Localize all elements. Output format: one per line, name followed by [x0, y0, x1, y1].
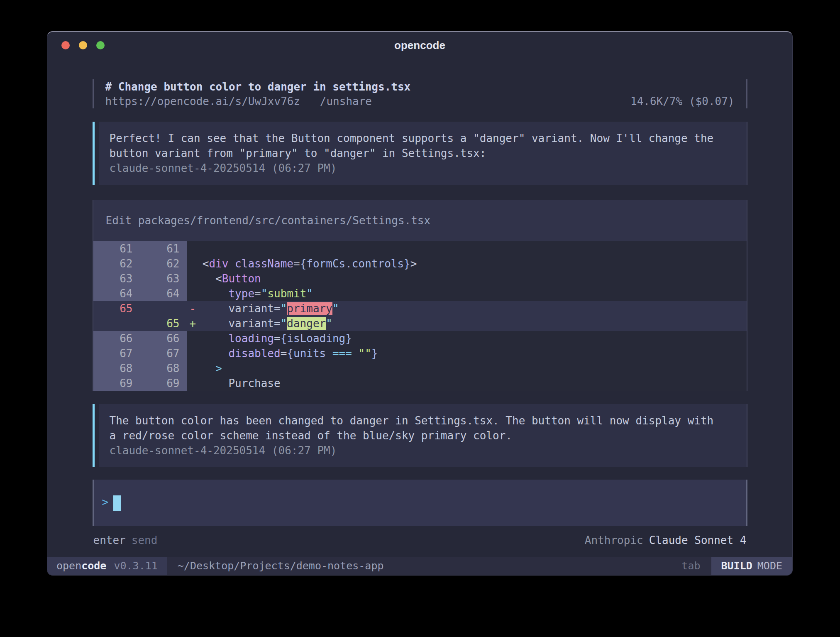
zoom-button[interactable]	[96, 41, 105, 49]
message-text: Perfect! I can see that the Button compo…	[110, 131, 736, 161]
edit-tool-block: Edit packages/frontend/src/containers/Se…	[93, 200, 747, 391]
diff-row: 6969 Purchase	[93, 376, 747, 391]
diff-row: 6363 <Button	[93, 271, 747, 286]
model-label: Claude Sonnet 4	[649, 534, 747, 546]
message-text: The button color has been changed to dan…	[110, 413, 736, 443]
send-label: send	[132, 534, 158, 546]
hints-row: entersend AnthropicClaude Sonnet 4	[93, 533, 747, 548]
diff-code-line: + variant="danger"	[187, 316, 747, 331]
share-url[interactable]: https://opencode.ai/s/UwJxv76z	[105, 95, 300, 108]
line-number-old: 69	[93, 376, 140, 391]
line-number-new: 62	[140, 256, 187, 271]
mode-label: MODE	[757, 560, 782, 572]
usage-stats: 14.6K/7% ($0.07)	[630, 94, 734, 108]
app-version-segment: opencodev0.3.11	[47, 557, 167, 575]
main-content: # Change button color to danger in setti…	[93, 59, 747, 557]
diff-row: 65- variant="primary"	[93, 301, 747, 316]
provider-label: Anthropic	[585, 534, 643, 546]
traffic-lights	[61, 32, 105, 59]
diff-code-line: - variant="primary"	[187, 301, 747, 316]
line-number-new	[140, 301, 187, 316]
app-name-open: open	[56, 560, 81, 572]
line-number-old	[93, 316, 140, 331]
diff-code-line: disabled={units === ""}	[187, 346, 747, 361]
diff-code-line: Purchase	[187, 376, 747, 391]
diff-code-line: <Button	[187, 271, 747, 286]
diff-marker	[190, 243, 196, 255]
text-cursor	[113, 495, 121, 511]
diff-row: 6767 disabled={units === ""}	[93, 346, 747, 361]
line-number-old: 68	[93, 361, 140, 376]
session-links: https://opencode.ai/s/UwJxv76z /unshare	[105, 94, 372, 108]
prompt-input[interactable]: >	[93, 480, 747, 526]
send-hint: entersend	[93, 533, 158, 548]
diff-code-line: <div className={formCs.controls}>	[187, 256, 747, 271]
session-title: # Change button color to danger in setti…	[105, 79, 735, 94]
diff-row: 6464 type="submit"	[93, 286, 747, 301]
diff-rows: 6161 6262 <div className={formCs.control…	[93, 241, 747, 391]
enter-key-hint: enter	[93, 534, 126, 546]
diff-marker	[190, 347, 196, 360]
app-version: v0.3.11	[114, 560, 157, 572]
minimize-button[interactable]	[79, 41, 87, 49]
diff-marker: +	[190, 317, 196, 330]
line-number-new: 68	[140, 361, 187, 376]
diff-marker	[190, 272, 196, 285]
line-number-old: 61	[93, 241, 140, 256]
message-model-info: claude-sonnet-4-20250514 (06:27 PM)	[110, 443, 736, 458]
diff-code-line: >	[187, 361, 747, 376]
diff-marker	[190, 362, 196, 375]
diff-row: 6666 loading={isLoading}	[93, 331, 747, 346]
line-number-new: 64	[140, 286, 187, 301]
line-number-old: 67	[93, 346, 140, 361]
message-accent-bar	[93, 404, 95, 467]
edit-tool-title: Edit packages/frontend/src/containers/Se…	[93, 200, 747, 241]
diff-marker: -	[190, 302, 196, 315]
diff-code-line	[187, 241, 747, 256]
message-body: Perfect! I can see that the Button compo…	[99, 122, 747, 185]
app-window: opencode # Change button color to danger…	[47, 31, 793, 576]
message-body: The button color has been changed to dan…	[99, 404, 747, 467]
model-info: AnthropicClaude Sonnet 4	[585, 533, 747, 548]
line-number-new: 66	[140, 331, 187, 346]
diff-marker	[190, 377, 196, 390]
line-number-new: 69	[140, 376, 187, 391]
session-meta: https://opencode.ai/s/UwJxv76z /unshare …	[105, 94, 735, 108]
diff-code-line: type="submit"	[187, 286, 747, 301]
message-model-info: claude-sonnet-4-20250514 (06:27 PM)	[110, 161, 736, 176]
diff-row: 65+ variant="danger"	[93, 316, 747, 331]
status-bar: opencodev0.3.11 ~/Desktop/Projects/demo-…	[47, 557, 792, 575]
close-button[interactable]	[61, 41, 70, 49]
line-number-old: 64	[93, 286, 140, 301]
assistant-message: The button color has been changed to dan…	[93, 404, 747, 467]
mode-toggle[interactable]: BUILDMODE	[711, 557, 792, 575]
line-number-old: 63	[93, 271, 140, 286]
app-name-code: code	[81, 560, 106, 572]
line-number-new: 63	[140, 271, 187, 286]
line-number-new: 65	[140, 316, 187, 331]
diff-marker	[190, 287, 196, 300]
diff-row: 6262 <div className={formCs.controls}>	[93, 256, 747, 271]
diff-row: 6161	[93, 241, 747, 256]
line-number-new: 61	[140, 241, 187, 256]
window-title: opencode	[394, 39, 445, 52]
diff-marker	[190, 332, 196, 345]
unshare-command[interactable]: /unshare	[320, 95, 372, 108]
mode-build: BUILD	[721, 560, 752, 572]
title-bar: opencode	[47, 32, 792, 59]
session-header: # Change button color to danger in setti…	[93, 79, 747, 108]
statusbar-spacer	[384, 557, 682, 575]
line-number-new: 67	[140, 346, 187, 361]
line-number-old: 62	[93, 256, 140, 271]
diff-row: 6868 >	[93, 361, 747, 376]
message-accent-bar	[93, 122, 95, 185]
prompt-symbol: >	[102, 496, 109, 508]
assistant-message: Perfect! I can see that the Button compo…	[93, 122, 747, 185]
diff-marker	[190, 257, 196, 270]
line-number-old: 66	[93, 331, 140, 346]
working-directory: ~/Desktop/Projects/demo-notes-app	[178, 557, 384, 575]
diff-code-line: loading={isLoading}	[187, 331, 747, 346]
tab-key-hint: tab	[681, 557, 700, 575]
line-number-old: 65	[93, 301, 140, 316]
